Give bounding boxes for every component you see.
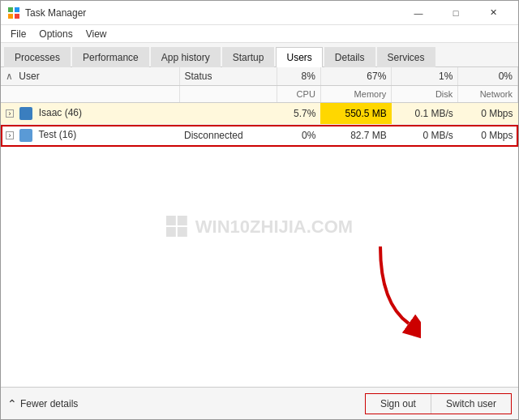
subcol-network: Network [458,86,518,103]
menu-bar: File Options View [1,25,518,43]
chevron-up-icon: ⌃ [7,397,17,410]
task-manager-window: Task Manager — □ ✕ File Options View Pro… [0,0,519,420]
network-cell-test: 0 Mbps [458,125,518,147]
footer: ⌃ Fewer details Sign out Switch user [1,387,518,419]
network-cell-isaac: 0 Mbps [458,103,518,125]
close-button[interactable]: ✕ [474,1,512,25]
status-cell-isaac [179,103,277,125]
subcol-user [1,86,179,103]
cpu-cell-test: 0% [277,125,320,147]
svg-rect-0 [8,7,13,12]
users-table: ∧ User Status 8% 67% 1% 0% CPU Memory [1,67,518,147]
expand-icon[interactable]: › [6,109,14,118]
user-avatar-test [19,129,32,142]
users-table-container: ∧ User Status 8% 67% 1% 0% CPU Memory [1,67,518,387]
fewer-details-button[interactable]: ⌃ Fewer details [7,397,78,410]
tab-details[interactable]: Details [324,47,375,67]
col-header-user[interactable]: ∧ User [1,67,179,86]
title-bar: Task Manager — □ ✕ [1,1,518,25]
svg-rect-2 [8,14,13,19]
col-header-status[interactable]: Status [179,67,277,86]
menu-options[interactable]: Options [32,27,79,41]
expand-icon[interactable]: › [6,131,14,139]
tab-bar: Processes Performance App history Startu… [1,43,518,67]
sign-out-button[interactable]: Sign out [366,394,431,414]
col-header-disk[interactable]: 1% [392,67,458,86]
subcol-memory: Memory [320,86,392,103]
footer-action-buttons: Sign out Switch user [365,393,512,414]
subcol-cpu: CPU [277,86,320,103]
disk-cell-test: 0 MB/s [392,125,458,147]
user-avatar-isaac [19,107,32,120]
table-row[interactable]: › Isaac (46) 5.7% 550.5 MB 0.1 MB/s 0 Mb… [1,103,518,125]
subcol-disk: Disk [392,86,458,103]
status-cell-test: Disconnected [179,125,277,147]
tab-processes[interactable]: Processes [4,47,71,67]
menu-view[interactable]: View [79,27,114,41]
window-title: Task Manager [25,7,400,19]
col-header-network[interactable]: 0% [458,67,518,86]
tab-performance[interactable]: Performance [72,47,149,67]
maximize-button[interactable]: □ [437,1,474,25]
subcol-status [179,86,277,103]
memory-cell-test: 82.7 MB [320,125,392,147]
tab-app-history[interactable]: App history [151,47,221,67]
menu-file[interactable]: File [4,27,32,41]
col-header-cpu[interactable]: 8% [277,67,320,86]
app-icon [7,6,20,19]
content-area: ∧ User Status 8% 67% 1% 0% CPU Memory [1,67,518,387]
sort-arrow-icon: ∧ [6,71,13,82]
table-row[interactable]: › Test (16) Disconnected 0% 82.7 MB 0 MB… [1,125,518,147]
svg-rect-1 [15,7,19,12]
user-cell-isaac: › Isaac (46) [1,103,179,125]
tab-services[interactable]: Services [377,47,435,67]
column-header-row: ∧ User Status 8% 67% 1% 0% [1,67,518,86]
svg-rect-3 [15,14,19,19]
tab-users[interactable]: Users [276,47,322,67]
minimize-button[interactable]: — [400,1,437,25]
column-subheader-row: CPU Memory Disk Network [1,86,518,103]
col-header-memory[interactable]: 67% [320,67,392,86]
window-controls: — □ ✕ [400,1,512,25]
user-cell-test: › Test (16) [1,125,179,147]
memory-cell-isaac: 550.5 MB [320,103,392,125]
switch-user-button[interactable]: Switch user [431,394,511,414]
tab-startup[interactable]: Startup [222,47,275,67]
cpu-cell-isaac: 5.7% [277,103,320,125]
disk-cell-isaac: 0.1 MB/s [392,103,458,125]
